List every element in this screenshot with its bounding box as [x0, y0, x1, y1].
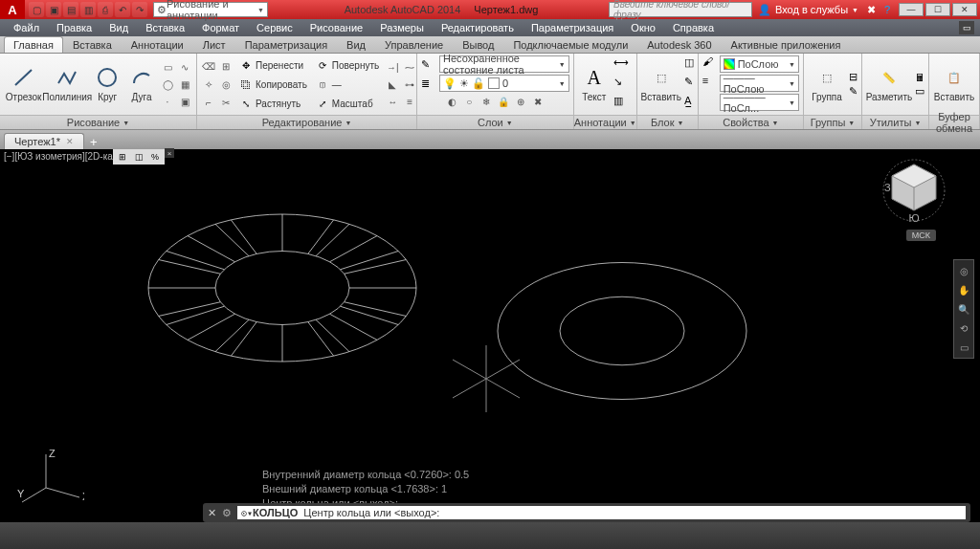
leader-icon[interactable]: ↘ — [613, 76, 629, 93]
create-block-icon[interactable]: ◫ — [684, 56, 694, 74]
menu-param[interactable]: Параметризация — [523, 22, 621, 33]
layerstate-combo[interactable]: Несохраненное состояние листа▼ — [439, 55, 569, 73]
ungroup-icon[interactable]: ⊟ — [849, 71, 858, 83]
layerfrz-icon[interactable]: ❄ — [479, 94, 494, 109]
menu-format[interactable]: Формат — [194, 22, 247, 33]
print-icon[interactable]: ⎙ — [98, 2, 113, 17]
help-icon[interactable]: ? — [880, 4, 895, 15]
region-icon[interactable]: ▣ — [177, 94, 192, 109]
layerlock-icon[interactable]: 🔒 — [496, 94, 511, 109]
app-logo[interactable]: A — [0, 0, 25, 19]
saveas-icon[interactable]: ▥ — [80, 2, 96, 17]
rect-icon[interactable]: ▭ — [160, 59, 175, 75]
text-button[interactable]: AТекст — [578, 55, 611, 113]
tab-a360[interactable]: Autodesk 360 — [637, 36, 721, 53]
fillet-icon[interactable]: ⌐ — [201, 95, 216, 110]
redo-icon[interactable]: ↷ — [132, 2, 147, 17]
arc-button[interactable]: Дуга — [126, 55, 157, 113]
add-tab-icon[interactable]: + — [84, 135, 103, 149]
info-icon[interactable]: ▭ — [959, 21, 974, 34]
workspace-selector[interactable]: ⚙ Рисование и аннотации ▼ — [153, 2, 268, 17]
insert-block-button[interactable]: ⬚Вставить — [641, 55, 681, 113]
spline-icon[interactable]: ∿ — [177, 59, 192, 75]
paste-button[interactable]: 📋Вставить — [933, 55, 975, 113]
tab-output[interactable]: Вывод — [453, 36, 503, 53]
circle-button[interactable]: Круг — [91, 55, 123, 113]
menu-file[interactable]: Файл — [6, 22, 47, 33]
tab-home[interactable]: Главная — [4, 36, 63, 53]
groupedit-icon[interactable]: ✎ — [849, 85, 858, 98]
save-icon[interactable]: ▤ — [63, 2, 78, 17]
chamfer-icon[interactable]: ◣ — [385, 77, 400, 92]
join-icon[interactable]: ⊶ — [402, 77, 417, 92]
layeroff-icon[interactable]: ○ — [461, 94, 477, 109]
new-icon[interactable]: ▢ — [29, 2, 44, 17]
tab-express[interactable]: Активные приложения — [722, 36, 851, 53]
pan-icon[interactable]: ✋ — [956, 282, 971, 297]
menu-dim[interactable]: Размеры — [372, 22, 432, 33]
group-button[interactable]: ⬚Группа — [808, 55, 846, 113]
close-button[interactable]: ✕ — [952, 3, 977, 16]
tab-insert[interactable]: Вставка — [63, 36, 122, 53]
maximize-button[interactable]: ☐ — [925, 3, 950, 16]
matchprop-icon[interactable]: 🖌 — [702, 55, 718, 73]
zoom-icon[interactable]: 🔍 — [956, 301, 971, 317]
lineweight-combo[interactable]: ——— ПоСлою▼ — [720, 75, 799, 92]
menu-draw[interactable]: Рисование — [302, 22, 370, 33]
table-icon[interactable]: ▥ — [613, 95, 629, 112]
open-icon[interactable]: ▣ — [46, 2, 61, 17]
menu-modify[interactable]: Редактировать — [434, 22, 522, 33]
align-icon[interactable]: ≡ — [402, 94, 417, 109]
tab-parametric[interactable]: Параметризация — [235, 36, 337, 53]
extend-icon[interactable]: →| — [385, 59, 400, 75]
menu-view[interactable]: Вид — [101, 22, 136, 33]
point-icon[interactable]: ∙ — [160, 94, 175, 109]
menu-help[interactable]: Справка — [665, 22, 722, 33]
layermatch-icon[interactable]: ≣ — [421, 77, 436, 90]
calc-icon[interactable]: 🖩 — [915, 72, 925, 83]
hatch-icon[interactable]: ▦ — [177, 77, 192, 92]
tab-manage[interactable]: Управление — [375, 36, 453, 53]
ucs-badge[interactable]: МСК — [906, 230, 936, 241]
break-icon[interactable]: ⁓ — [402, 59, 417, 75]
undo-icon[interactable]: ↶ — [115, 2, 130, 17]
menu-tools[interactable]: Сервис — [249, 22, 301, 33]
linetype-combo[interactable]: ———— ПоСл...▼ — [720, 94, 799, 111]
move-button[interactable]: ✥Перенести — [236, 56, 310, 74]
minimize-button[interactable]: — — [899, 3, 924, 16]
layeriso-icon[interactable]: ◐ — [444, 94, 459, 109]
trim-icon[interactable]: ✂ — [218, 95, 234, 110]
color-combo[interactable]: ПоСлою▼ — [720, 55, 799, 73]
offset-icon[interactable]: ◎ — [218, 77, 234, 92]
explode-icon[interactable]: ✧ — [201, 77, 216, 92]
layerprops-icon[interactable]: ✎ — [421, 58, 436, 71]
gear-icon[interactable]: ⚙ — [222, 507, 232, 519]
rotate-button[interactable]: ⟳Повернуть — [313, 56, 382, 74]
erase-icon[interactable]: ⌫ — [201, 58, 216, 74]
menu-insert[interactable]: Вставка — [138, 22, 192, 33]
copy-button[interactable]: ⿻Копировать — [236, 76, 310, 93]
ellipse-icon[interactable]: ◯ — [160, 77, 175, 92]
drawing-area[interactable]: [−][ЮЗ изометрия][2D-каркас] ⊞ ◫ % × — [0, 149, 980, 522]
menu-window[interactable]: Окно — [623, 22, 663, 33]
dimlinear-icon[interactable]: ⟷ — [613, 56, 629, 74]
measure-button[interactable]: 📏Разметить — [866, 55, 912, 113]
layer-combo[interactable]: 💡☀🔓 0▼ — [439, 75, 569, 92]
tab-layout[interactable]: Лист — [193, 36, 235, 53]
edit-block-icon[interactable]: ✎ — [684, 76, 694, 93]
layerdel-icon[interactable]: ✖ — [530, 94, 546, 109]
close-icon[interactable]: ✕ — [66, 137, 74, 146]
line-button[interactable]: Отрезок — [4, 55, 43, 113]
view-cube[interactable]: Ю З — [880, 157, 947, 224]
search-input[interactable]: Введите ключевое слово/фразу — [609, 2, 752, 17]
wheel-icon[interactable]: ◎ — [956, 263, 971, 278]
lengthen-icon[interactable]: ↔ — [385, 94, 400, 109]
polyline-button[interactable]: Полилиния — [46, 55, 88, 113]
layermerge-icon[interactable]: ⊕ — [513, 94, 528, 109]
signin-button[interactable]: 👤 Вход в службы ▼ — [758, 4, 858, 16]
exchange-icon[interactable]: ✖ — [864, 4, 880, 16]
list-icon[interactable]: ≡ — [702, 75, 718, 92]
showmotion-icon[interactable]: ▭ — [956, 340, 971, 355]
command-input[interactable]: ⊙▾ КОЛЬЦО Центр кольца или <выход>: — [237, 506, 966, 519]
tab-plugins[interactable]: Подключаемые модули — [503, 36, 637, 53]
